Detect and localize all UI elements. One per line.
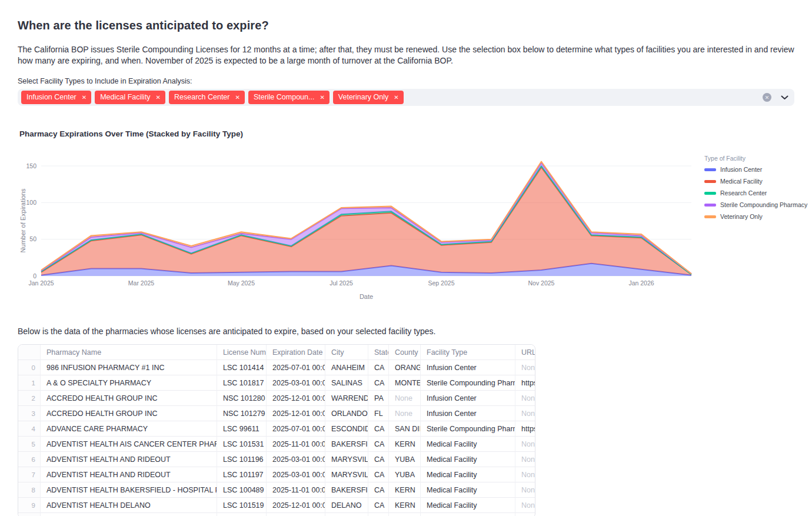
table-cell[interactable]: A & O SPECIALTY PHARMACY [41,375,217,391]
table-cell[interactable]: ORANGE [389,360,421,375]
pharmacy-dataframe[interactable]: Pharmacy NameLicense NumberExpiration Da… [18,344,535,516]
table-cell[interactable]: FL [368,406,389,421]
table-cell[interactable]: 2025-12-01 00:00:00 [267,391,325,406]
table-cell[interactable]: CA [368,421,389,437]
table-cell[interactable]: NSC 101279 [217,406,267,421]
table-cell[interactable]: 2025-11-01 00:00:00 [267,437,325,452]
selected-tag[interactable]: Veterinary Only✕ [333,91,404,104]
row-index[interactable]: 5 [18,437,41,452]
table-cell[interactable]: Infusion Center [421,406,515,421]
column-header[interactable]: Pharmacy Name [41,345,217,360]
column-header[interactable]: License Number [217,345,267,360]
table-row[interactable]: 7ADVENTIST HEALTH AND RIDEOUTLSC 1011972… [18,467,535,482]
table-cell[interactable]: PA [368,391,389,406]
table-cell[interactable]: Medical Facility [421,437,515,452]
selected-tag[interactable]: Medical Facility✕ [95,91,165,104]
table-cell[interactable]: CA [368,452,389,467]
table-cell[interactable]: CA [368,360,389,375]
column-header[interactable]: City [325,345,368,360]
row-index[interactable]: 0 [18,360,41,375]
table-cell[interactable]: WARRENDALE [325,391,368,406]
table-cell[interactable]: KERN [389,482,421,498]
table-cell[interactable]: Sterile Compounding Pharmacy [421,421,515,437]
table-cell[interactable]: ADVANCE CARE PHARMACY [41,421,217,437]
table-cell[interactable]: None [515,391,535,406]
column-header[interactable]: Expiration Date [267,345,325,360]
table-row[interactable]: 8ADVENTIST HEALTH BAKERSFIELD - HOSPITAL… [18,482,535,498]
table-cell[interactable]: YUBA [389,467,421,482]
table-cell[interactable]: None [389,406,421,421]
table-row[interactable]: 3ACCREDO HEALTH GROUP INCNSC 1012792025-… [18,406,535,421]
row-index[interactable]: 9 [18,498,41,513]
table-cell[interactable]: ADVENTIST HEALTH AND RIDEOUT [41,452,217,467]
table-row[interactable]: 2ACCREDO HEALTH GROUP INCNSC 1012802025-… [18,391,535,406]
table-cell[interactable]: 2025-07-01 00:00:00 [267,360,325,375]
column-header[interactable]: Facility Type [421,345,515,360]
table-cell[interactable]: CA [368,467,389,482]
table-cell[interactable]: None [389,391,421,406]
table-row[interactable]: 6ADVENTIST HEALTH AND RIDEOUTLSC 1011962… [18,452,535,467]
column-header[interactable]: State [368,345,389,360]
table-cell[interactable]: DELANO [325,498,368,513]
table-cell[interactable]: 2025-03-01 00:00:00 [267,452,325,467]
table-cell[interactable]: LSC 101817 [217,375,267,391]
table-cell[interactable]: 2025-12-01 00:00:00 [267,498,325,513]
table-cell[interactable]: LSC 101414 [217,360,267,375]
table-cell[interactable]: None [515,437,535,452]
table-cell[interactable]: 2025-11-01 00:00:00 [267,482,325,498]
table-cell[interactable]: 2025-03-01 00:00:00 [267,375,325,391]
table-cell[interactable]: MONTEREY [389,375,421,391]
table-row[interactable]: 0986 INFUSION PHARMACY #1 INCLSC 1014142… [18,360,535,375]
table-cell[interactable]: ACCREDO HEALTH GROUP INC [41,391,217,406]
table-cell[interactable]: 2025-07-01 00:00:00 [267,421,325,437]
close-icon[interactable]: ✕ [156,95,161,101]
table-cell[interactable]: ADVENTIST HEALTH AND RIDEOUT [41,467,217,482]
table-cell[interactable]: ADVENTIST HEALTH BAKERSFIELD - HOSPITAL … [41,482,217,498]
close-icon[interactable]: ✕ [82,95,86,101]
table-cell[interactable]: None [515,498,535,513]
table-cell[interactable]: YUBA [389,452,421,467]
table-cell[interactable]: BAKERSFIELD [325,482,368,498]
chart-plot-area[interactable]: 050100150Jan 2025Mar 2025May 2025Jul 202… [18,154,694,304]
table-cell[interactable]: Medical Facility [421,452,515,467]
table-cell[interactable]: KERN [389,498,421,513]
selected-tag[interactable]: Sterile Compoun...✕ [248,91,330,104]
table-cell[interactable]: SALINAS [325,375,368,391]
table-cell[interactable]: 2025-12-01 00:00:00 [267,406,325,421]
close-icon[interactable]: ✕ [320,95,324,101]
table-cell[interactable]: SAN DIEGO [389,421,421,437]
table-cell[interactable]: KERN [389,437,421,452]
table-cell[interactable]: ANAHEIM [325,360,368,375]
table-cell[interactable]: ADVENTIST HEALTH DELANO [41,498,217,513]
table-cell[interactable]: LSC 100489 [217,482,267,498]
table-cell[interactable]: MARYSVILLE [325,452,368,467]
table-cell[interactable]: None [515,482,535,498]
row-index[interactable]: 3 [18,406,41,421]
table-cell[interactable]: 986 INFUSION PHARMACY #1 INC [41,360,217,375]
row-index[interactable]: 7 [18,467,41,482]
table-cell[interactable]: LSC 99611 [217,421,267,437]
selected-tag[interactable]: Research Center✕ [169,91,245,104]
table-cell[interactable]: MARYSVILLE [325,467,368,482]
table-row[interactable]: 5ADVENTIST HEALTH AIS CANCER CENTER PHAR… [18,437,535,452]
table-cell[interactable]: None [515,467,535,482]
legend-item[interactable]: Medical Facility [704,178,798,185]
column-header[interactable]: County [389,345,421,360]
table-cell[interactable]: LSC 101197 [217,467,267,482]
clear-all-icon[interactable]: ✕ [763,93,771,102]
table-row[interactable]: 9ADVENTIST HEALTH DELANOLSC 1015192025-1… [18,498,535,513]
table-cell[interactable]: LSC 101196 [217,452,267,467]
table-cell[interactable]: None [515,406,535,421]
table-cell[interactable]: 2025-03-01 00:00:00 [267,467,325,482]
table-cell[interactable]: Infusion Center [421,391,515,406]
legend-item[interactable]: Infusion Center [704,166,798,173]
selected-tag[interactable]: Infusion Center✕ [21,91,91,104]
table-cell[interactable]: Medical Facility [421,467,515,482]
table-cell[interactable]: CA [368,375,389,391]
table-cell[interactable]: ORLANDO [325,406,368,421]
row-index[interactable]: 4 [18,421,41,437]
table-cell[interactable]: None [515,360,535,375]
table-cell[interactable]: LSC 101519 [217,498,267,513]
close-icon[interactable]: ✕ [394,95,398,101]
row-index[interactable]: 6 [18,452,41,467]
